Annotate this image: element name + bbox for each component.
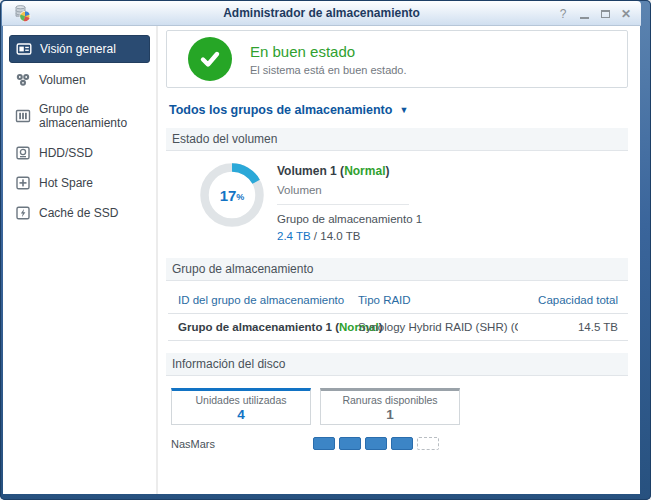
- disk-slot-used: [365, 437, 387, 450]
- sidebar-item-label: Volumen: [39, 73, 86, 87]
- disk-slot-used: [391, 437, 413, 450]
- sidebar-item-label: Visión general: [40, 42, 116, 56]
- card-value: 1: [386, 407, 394, 422]
- table-header-row: ID del grupo de almacenamiento Tipo RAID…: [168, 287, 628, 314]
- hot-spare-icon: [15, 175, 31, 191]
- sidebar-item-label: HDD/SSD: [39, 146, 93, 160]
- volume-icon: [15, 72, 31, 88]
- card-used-drives[interactable]: Unidades utilizadas 4: [171, 388, 311, 425]
- donut-percent-symbol: %: [236, 192, 244, 202]
- volume-status-badge: Normal: [344, 164, 385, 178]
- health-status-description: El sistema está en buen estado.: [250, 64, 407, 76]
- storage-pool-icon: [15, 108, 31, 124]
- card-available-slots[interactable]: Ranuras disponibles 1: [320, 388, 460, 425]
- window-title: Administrador de almacenamiento: [2, 6, 641, 20]
- sidebar: Visión general Volumen Grupo d: [3, 26, 158, 494]
- used-capacity: 2.4 TB: [277, 230, 311, 242]
- sidebar-item-hdd-ssd[interactable]: HDD/SSD: [9, 140, 150, 166]
- sidebar-item-label: Grupo de almacenamiento: [39, 102, 144, 131]
- storage-manager-app-icon: [13, 4, 31, 22]
- title-bar: Administrador de almacenamiento ? ✕: [2, 1, 641, 26]
- storage-group-selector-label: Todos los grupos de almacenamiento: [169, 103, 392, 117]
- group-id-cell: Grupo de almacenamiento 1 (Normal): [178, 321, 358, 333]
- help-button[interactable]: ?: [557, 8, 569, 20]
- sidebar-item-vision-general[interactable]: Visión general: [9, 35, 150, 63]
- volume-subtitle: Volumen: [277, 184, 422, 196]
- device-name: NasMars: [166, 438, 313, 450]
- table-row: Grupo de almacenamiento 1 (Normal) Synol…: [168, 314, 628, 341]
- chevron-down-icon: ▼: [399, 106, 408, 115]
- sidebar-item-label: Caché de SSD: [39, 206, 118, 220]
- volume-usage-text: 2.4 TB / 14.0 TB: [277, 230, 422, 242]
- maximize-button[interactable]: [599, 8, 611, 20]
- raid-type-cell: Synology Hybrid RAID (SHR) (Con protec..…: [358, 321, 518, 333]
- overview-icon: [16, 41, 32, 57]
- volume-section-header: Estado del volumen: [166, 128, 628, 151]
- storage-group-table: ID del grupo de almacenamiento Tipo RAID…: [168, 287, 628, 341]
- disk-info-cards: Unidades utilizadas 4 Ranuras disponible…: [171, 388, 628, 425]
- health-check-icon: [188, 37, 232, 81]
- sidebar-item-cache-ssd[interactable]: Caché de SSD: [9, 200, 150, 226]
- disk-slot-used: [313, 437, 335, 450]
- device-disks-row: NasMars: [166, 437, 628, 450]
- minimize-icon: [580, 17, 589, 19]
- column-header-raid[interactable]: Tipo RAID: [358, 294, 518, 306]
- maximize-icon: [601, 10, 610, 18]
- storage-group-selector[interactable]: Todos los grupos de almacenamiento ▼: [169, 103, 408, 117]
- card-label: Ranuras disponibles: [342, 394, 437, 406]
- column-header-capacity[interactable]: Capacidad total: [518, 294, 618, 306]
- volume-group-name: Grupo de almacenamiento 1: [277, 213, 422, 225]
- close-button[interactable]: ✕: [620, 8, 632, 20]
- health-status-title: En buen estado: [250, 43, 407, 60]
- hdd-icon: [15, 145, 31, 161]
- disk-slot-empty: [417, 437, 439, 450]
- column-header-id[interactable]: ID del grupo de almacenamiento: [178, 294, 358, 306]
- sidebar-item-grupo-almacenamiento[interactable]: Grupo de almacenamiento: [9, 97, 150, 136]
- sidebar-item-label: Hot Spare: [39, 176, 93, 190]
- system-health-box: En buen estado El sistema está en buen e…: [166, 30, 628, 88]
- volume-status-row: 17 % Volumen 1 (Normal) Volumen Grupo de…: [166, 151, 628, 258]
- total-capacity: / 14.0 TB: [311, 230, 361, 242]
- disk-slot-used: [339, 437, 361, 450]
- group-section-header: Grupo de almacenamiento: [166, 258, 628, 281]
- volume-title: Volumen 1 (Normal): [277, 164, 422, 178]
- disk-section-header: Información del disco: [166, 353, 628, 376]
- ssd-cache-icon: [15, 205, 31, 221]
- sidebar-item-volumen[interactable]: Volumen: [9, 67, 150, 93]
- card-label: Unidades utilizadas: [195, 394, 286, 406]
- volume-usage-donut: 17 %: [197, 160, 267, 230]
- storage-manager-window: Administrador de almacenamiento ? ✕ Visi…: [0, 0, 651, 500]
- sidebar-item-hot-spare[interactable]: Hot Spare: [9, 170, 150, 196]
- main-panel: En buen estado El sistema está en buen e…: [158, 26, 640, 494]
- capacity-cell: 14.5 TB: [518, 321, 618, 333]
- disk-slots: [313, 437, 439, 450]
- divider: [277, 204, 409, 205]
- donut-percent-value: 17: [220, 187, 237, 204]
- minimize-button[interactable]: [578, 8, 590, 20]
- card-value: 4: [237, 407, 245, 422]
